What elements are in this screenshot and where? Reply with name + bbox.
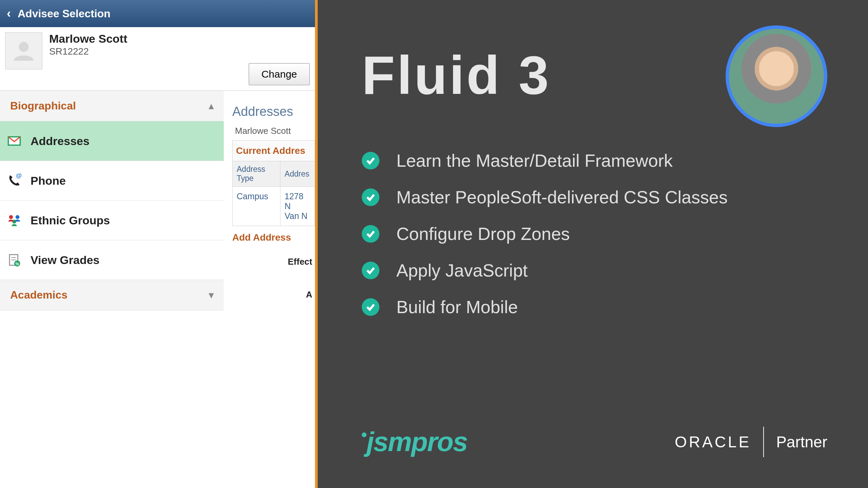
svg-point-3 bbox=[9, 215, 13, 219]
detail-heading: Addresses bbox=[232, 104, 315, 119]
divider bbox=[763, 427, 764, 457]
back-icon[interactable]: ‹ bbox=[7, 6, 11, 21]
category-bio-label: Biographical bbox=[10, 100, 76, 112]
addresses-table: Address Type Addres Campus 1278 N Van N bbox=[232, 161, 315, 226]
student-name: Marlowe Scott bbox=[49, 32, 310, 45]
student-card: Marlowe Scott SR12222 Change bbox=[0, 27, 315, 91]
check-icon bbox=[362, 298, 379, 316]
detail-area: Addresses Marlowe Scott Current Addres A… bbox=[224, 91, 315, 488]
cell-address: 1278 N Van N bbox=[280, 187, 315, 226]
chevron-down-icon: ▾ bbox=[209, 289, 214, 301]
bullet-list: Learn the Master/Detail Framework Master… bbox=[362, 150, 837, 317]
header-bar[interactable]: ‹ Advisee Selection bbox=[0, 0, 315, 27]
th-address: Addres bbox=[280, 161, 315, 187]
category-academics[interactable]: Academics ▾ bbox=[0, 280, 224, 310]
category-academics-label: Academics bbox=[10, 289, 67, 301]
cell-address-type[interactable]: Campus bbox=[233, 187, 280, 226]
marketing-slide: Fluid 3 Learn the Master/Detail Framewor… bbox=[318, 0, 868, 488]
phone-icon: @ bbox=[6, 172, 22, 189]
grades-icon: % bbox=[6, 252, 22, 268]
jsmpros-logo: jsmpros bbox=[362, 426, 467, 458]
nav-phone-label: Phone bbox=[31, 174, 66, 187]
presenter-headshot bbox=[726, 25, 827, 127]
people-icon bbox=[6, 212, 22, 228]
table-row[interactable]: Campus 1278 N Van N bbox=[233, 187, 315, 226]
svg-point-4 bbox=[16, 215, 19, 219]
svg-text:@: @ bbox=[16, 174, 21, 179]
bullet-item: Build for Mobile bbox=[362, 297, 837, 317]
th-address-type: Address Type bbox=[233, 161, 280, 187]
nav-grades-label: View Grades bbox=[31, 253, 100, 267]
svg-text:%: % bbox=[16, 262, 19, 266]
peoplesoft-panel: ‹ Advisee Selection Marlowe Scott SR1222… bbox=[0, 0, 318, 488]
sidebar-item-addresses[interactable]: Addresses bbox=[0, 121, 224, 161]
avatar bbox=[5, 32, 42, 69]
sidebar-item-ethnic[interactable]: Ethnic Groups bbox=[0, 201, 224, 240]
sidebar-item-grades[interactable]: % View Grades bbox=[0, 240, 224, 280]
header-title: Advisee Selection bbox=[18, 7, 111, 20]
partner-word: Partner bbox=[776, 433, 827, 451]
oracle-wordmark: ORACLE bbox=[675, 433, 751, 451]
section-current-addresses: Current Addres bbox=[232, 140, 315, 161]
check-icon bbox=[362, 262, 379, 279]
a-label: A bbox=[232, 289, 315, 300]
oracle-partner-logo: ORACLE Partner bbox=[675, 427, 827, 457]
check-icon bbox=[362, 188, 379, 206]
bullet-item: Master PeopleSoft-delivered CSS Classes bbox=[362, 187, 837, 207]
student-info: Marlowe Scott SR12222 Change bbox=[42, 32, 310, 85]
bullet-item: Apply JavaScript bbox=[362, 260, 837, 281]
footer-logos: jsmpros ORACLE Partner bbox=[362, 426, 827, 458]
category-biographical[interactable]: Biographical ▴ bbox=[0, 91, 224, 121]
svg-point-0 bbox=[19, 42, 28, 52]
envelope-icon bbox=[6, 133, 22, 149]
nav-ethnic-label: Ethnic Groups bbox=[31, 214, 110, 227]
effective-label: Effect bbox=[232, 257, 315, 267]
bullet-item: Configure Drop Zones bbox=[362, 224, 837, 244]
check-icon bbox=[362, 152, 379, 169]
chevron-up-icon: ▴ bbox=[209, 100, 214, 111]
sidebar: Biographical ▴ Addresses @ Phone Ethnic bbox=[0, 91, 224, 488]
sidebar-item-phone[interactable]: @ Phone bbox=[0, 161, 224, 201]
change-button[interactable]: Change bbox=[249, 63, 310, 85]
nav-addresses-label: Addresses bbox=[31, 135, 90, 148]
detail-student-name: Marlowe Scott bbox=[232, 126, 315, 136]
check-icon bbox=[362, 225, 379, 243]
add-address-link[interactable]: Add Address bbox=[232, 232, 315, 243]
bullet-item: Learn the Master/Detail Framework bbox=[362, 150, 837, 171]
student-id: SR12222 bbox=[49, 46, 310, 57]
